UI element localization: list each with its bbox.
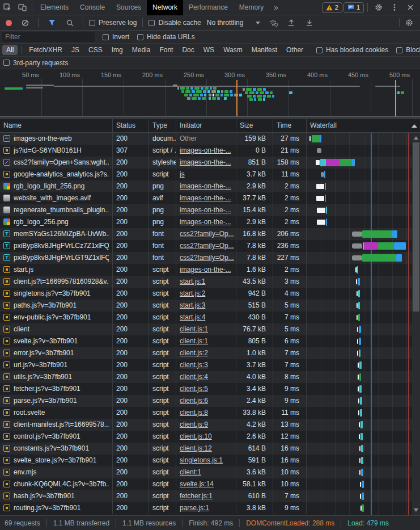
more-tabs-button[interactable]: »: [269, 0, 283, 15]
initiator-link[interactable]: client:1: [180, 466, 232, 478]
disable-cache-checkbox[interactable]: [149, 20, 155, 26]
initiator-link[interactable]: images-on-the-...: [180, 216, 232, 228]
third-party-requests-checkbox[interactable]: [3, 60, 10, 66]
scrollbar-thumb[interactable]: [413, 142, 419, 312]
tab-sources[interactable]: Sources: [111, 0, 147, 15]
initiator-link[interactable]: start.js:4: [180, 312, 232, 323]
initiator-link[interactable]: images-on-the-...: [180, 192, 232, 204]
table-row[interactable]: rgb_logo_light_256.png200pngimages-on-th…: [0, 180, 420, 192]
initiator-link[interactable]: images-on-the-...: [180, 145, 232, 157]
table-row[interactable]: routing.js?v=3b7fb901200scriptparse.js:1…: [0, 502, 420, 514]
table-row[interactable]: hash.js?v=3b7fb901200scriptfetcher.js:16…: [0, 490, 420, 502]
initiator-link[interactable]: css2?family=Op...: [180, 252, 232, 264]
table-row[interactable]: env.mjs200scriptclient:13.6 kB10 ms: [0, 466, 420, 478]
table-row[interactable]: chunk-KQ6QML4C.js?v=3b7fb...200scriptsve…: [0, 478, 420, 490]
table-row[interactable]: client.js?t=16699578160928&v...200script…: [0, 276, 420, 288]
close-devtools-icon[interactable]: [403, 0, 418, 15]
initiator-link[interactable]: client.js:12: [180, 443, 232, 455]
initiator-link[interactable]: singletons.js:1: [180, 455, 232, 466]
table-row[interactable]: control.js?v=3b7fb901200scriptclient.js:…: [0, 431, 420, 443]
initiator-link[interactable]: images-on-the-...: [180, 180, 232, 192]
clear-network-log-icon[interactable]: [18, 15, 32, 31]
initiator-link[interactable]: client.js:6: [180, 395, 232, 407]
settings-gear-icon[interactable]: [371, 0, 386, 15]
tab-elements[interactable]: Elements: [35, 0, 74, 15]
table-row[interactable]: utils.js?v=3b7fb901200scriptclient.js:44…: [0, 371, 420, 383]
filter-funnel-icon[interactable]: [44, 15, 59, 31]
initiator-link[interactable]: client.js:4: [180, 371, 232, 383]
device-toolbar-icon[interactable]: [15, 0, 29, 15]
table-row[interactable]: env-public.js?v=3b7fb901200scriptstart.j…: [0, 312, 420, 323]
console-messages-badge[interactable]: 1: [343, 2, 364, 13]
table-row[interactable]: TmemSYaGs126MiZpBA-UvWb...200fontcss2?fa…: [0, 228, 420, 240]
preserve-log-checkbox[interactable]: [89, 20, 95, 26]
invert-checkbox[interactable]: [103, 34, 109, 40]
vertical-scrollbar[interactable]: [412, 133, 420, 515]
column-header-status[interactable]: Status: [113, 119, 149, 132]
initiator-link[interactable]: client.js:10: [180, 431, 232, 443]
table-row[interactable]: singletons.js?v=3b7fb901200scriptstart.j…: [0, 288, 420, 300]
column-header-time[interactable]: Time: [273, 119, 307, 132]
import-har-icon[interactable]: [284, 15, 299, 31]
hide-data-urls-checkbox[interactable]: [137, 34, 143, 40]
filter-chip-other[interactable]: Other: [282, 45, 307, 55]
initiator-link[interactable]: css2?family=Op...: [180, 228, 232, 240]
network-settings-gear-icon[interactable]: [402, 15, 417, 31]
initiator-link[interactable]: images-on-the-...: [180, 204, 232, 216]
table-row[interactable]: regenerate_thumbnails_plugin...200pngima…: [0, 204, 420, 216]
filter-input[interactable]: [2, 32, 95, 42]
initiator-link[interactable]: client.js:3: [180, 359, 232, 371]
has-blocked-cookies-checkbox[interactable]: [316, 47, 323, 53]
table-row[interactable]: error.js?v=3b7fb901200scriptclient.js:21…: [0, 347, 420, 359]
table-row[interactable]: css2?family=Open+Sans:wght...200styleshe…: [0, 157, 420, 169]
initiator-link[interactable]: client.js:9: [180, 419, 232, 431]
column-header-name[interactable]: Name: [0, 119, 113, 132]
filter-chip-fetch-xhr[interactable]: Fetch/XHR: [25, 45, 66, 55]
column-header-waterfall[interactable]: Waterfall: [307, 119, 420, 132]
filter-chip-img[interactable]: Img: [108, 45, 127, 55]
table-row[interactable]: svelte.js?v=3b7fb901200scriptclient.js:1…: [0, 335, 420, 347]
initiator-link[interactable]: client.js:5: [180, 383, 232, 395]
initiator-link[interactable]: client.js:8: [180, 407, 232, 419]
table-row[interactable]: client200scriptclient.js:176.7 kB5 ms: [0, 323, 420, 335]
initiator-link[interactable]: images-on-the-...: [180, 157, 232, 169]
table-row[interactable]: TpxiByp8kv8JHgFVrLCz7Z1xlFQ...200fontcss…: [0, 240, 420, 252]
table-row[interactable]: url.js?v=3b7fb901200scriptclient.js:33.7…: [0, 359, 420, 371]
table-row[interactable]: website_with_images.avif200avifimages-on…: [0, 192, 420, 204]
warnings-badge[interactable]: 2: [322, 2, 342, 13]
table-row[interactable]: js?id=G-S6YNB0161H307script / ...images-…: [0, 145, 420, 157]
throttling-select[interactable]: No throttling: [205, 19, 263, 27]
initiator-link[interactable]: css2?family=Op...: [180, 240, 232, 252]
filter-chip-ws[interactable]: WS: [200, 45, 218, 55]
column-header-size[interactable]: Size: [236, 119, 273, 132]
initiator-link[interactable]: start.js:3: [180, 300, 232, 312]
initiator-link[interactable]: images-on-the-...: [180, 264, 232, 276]
filter-chip-js[interactable]: JS: [67, 45, 83, 55]
column-header-type[interactable]: Type: [149, 119, 176, 132]
tab-memory[interactable]: Memory: [234, 0, 269, 15]
blocked-requests-checkbox[interactable]: [396, 47, 402, 53]
network-conditions-icon[interactable]: [266, 15, 281, 31]
initiator-link[interactable]: client.js:1: [180, 335, 232, 347]
search-icon[interactable]: [62, 15, 77, 31]
table-row[interactable]: constants.js?v=3b7fb901200scriptclient.j…: [0, 443, 420, 455]
tab-network[interactable]: Network: [147, 0, 183, 15]
filter-chip-media[interactable]: Media: [128, 45, 155, 55]
table-row[interactable]: TpxiByp8kv8JHgFVrLGT9Z1xlFQ...200fontcss…: [0, 252, 420, 264]
table-row[interactable]: parse.js?v=3b7fb901200scriptclient.js:62…: [0, 395, 420, 407]
record-network-log-button[interactable]: [6, 20, 12, 26]
tab-console[interactable]: Console: [74, 0, 111, 15]
initiator-link[interactable]: client.js:1: [180, 323, 232, 335]
table-row[interactable]: images-on-the-web200docum...Other159 kB2…: [0, 133, 420, 145]
filter-chip-wasm[interactable]: Wasm: [219, 45, 247, 55]
export-har-icon[interactable]: [302, 15, 317, 31]
filter-chip-doc[interactable]: Doc: [178, 45, 198, 55]
initiator-link[interactable]: js: [180, 169, 232, 180]
tab-performance[interactable]: Performance: [183, 0, 234, 15]
column-header-initiator[interactable]: Initiator: [176, 119, 236, 132]
initiator-link[interactable]: fetcher.js:1: [180, 490, 232, 502]
table-row[interactable]: fetcher.js?v=3b7fb901200scriptclient.js:…: [0, 383, 420, 395]
table-row[interactable]: svelte_store.js?v=3b7fb901200scriptsingl…: [0, 455, 420, 466]
scroll-up-arrow[interactable]: [412, 134, 420, 142]
scroll-down-arrow[interactable]: [412, 506, 420, 514]
